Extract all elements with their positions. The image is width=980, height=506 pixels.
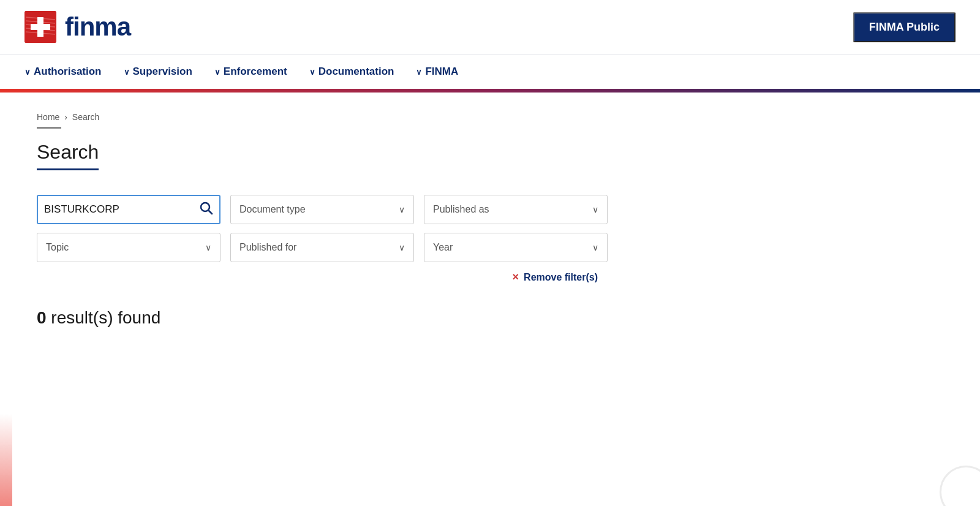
close-icon[interactable]: × [513, 271, 519, 284]
chevron-down-icon: ∨ [124, 67, 130, 77]
nav-item-authorisation[interactable]: ∨ Authorisation [24, 66, 102, 78]
search-icon [200, 202, 213, 215]
svg-line-10 [209, 210, 213, 214]
finma-logo-icon [24, 11, 56, 43]
title-divider [37, 127, 61, 129]
nav-label-authorisation: Authorisation [34, 66, 102, 78]
page-title: Search [37, 141, 99, 170]
nav-item-documentation[interactable]: ∨ Documentation [309, 66, 394, 78]
logo-text: finma [65, 12, 130, 42]
breadcrumb: Home › Search [37, 112, 637, 122]
chevron-down-icon: ∨ [416, 67, 422, 77]
logo-area: finma [24, 11, 130, 43]
topic-select[interactable]: Topic ∨ [37, 233, 221, 262]
remove-filters-row: × Remove filter(s) [37, 271, 598, 284]
search-row-2: Topic ∨ Published for ∨ Year ∨ [37, 233, 637, 262]
year-label: Year [433, 242, 453, 253]
results-label: result(s) [51, 308, 113, 327]
published-as-select[interactable]: Published as ∨ [424, 195, 608, 224]
nav-label-finma: FINMA [425, 66, 458, 78]
nav-label-enforcement: Enforcement [224, 66, 287, 78]
chevron-down-icon: ∨ [205, 243, 211, 252]
chevron-down-icon: ∨ [214, 67, 221, 77]
document-type-label: Document type [239, 204, 306, 215]
nav-item-supervision[interactable]: ∨ Supervision [124, 66, 192, 78]
search-input-wrapper[interactable] [37, 195, 221, 224]
nav-item-finma[interactable]: ∨ FINMA [416, 66, 458, 78]
search-row-1: Document type ∨ Published as ∨ [37, 195, 637, 224]
published-for-label: Published for [239, 242, 296, 253]
nav-label-supervision: Supervision [133, 66, 192, 78]
main-nav: ∨ Authorisation ∨ Supervision ∨ Enforcem… [0, 55, 980, 89]
chevron-down-icon: ∨ [399, 205, 405, 214]
svg-rect-8 [31, 24, 50, 30]
finma-public-button[interactable]: FINMA Public [853, 12, 956, 42]
chevron-down-icon: ∨ [592, 243, 598, 252]
published-as-label: Published as [433, 204, 489, 215]
remove-filters-button[interactable]: Remove filter(s) [524, 272, 598, 283]
results-count: 0 [37, 308, 47, 327]
year-select[interactable]: Year ∨ [424, 233, 608, 262]
breadcrumb-home[interactable]: Home [37, 112, 59, 122]
results-section: 0 result(s) found [37, 308, 637, 328]
main-content: Home › Search Search Document type ∨ [0, 93, 674, 352]
nav-item-enforcement[interactable]: ∨ Enforcement [214, 66, 287, 78]
header: finma FINMA Public [0, 0, 980, 55]
chevron-down-icon: ∨ [24, 67, 31, 77]
search-button[interactable] [200, 202, 213, 218]
chevron-down-icon: ∨ [309, 67, 315, 77]
results-found: found [118, 308, 160, 327]
chevron-down-icon: ∨ [592, 205, 598, 214]
chevron-down-icon: ∨ [399, 243, 405, 252]
search-area: Document type ∨ Published as ∨ Topic ∨ P… [37, 195, 637, 284]
document-type-select[interactable]: Document type ∨ [230, 195, 414, 224]
results-text: 0 result(s) found [37, 308, 160, 327]
topic-label: Topic [46, 242, 69, 253]
nav-label-documentation: Documentation [318, 66, 394, 78]
breadcrumb-current: Search [72, 112, 99, 122]
published-for-select[interactable]: Published for ∨ [230, 233, 414, 262]
search-input[interactable] [44, 203, 200, 216]
breadcrumb-separator: › [64, 112, 67, 122]
